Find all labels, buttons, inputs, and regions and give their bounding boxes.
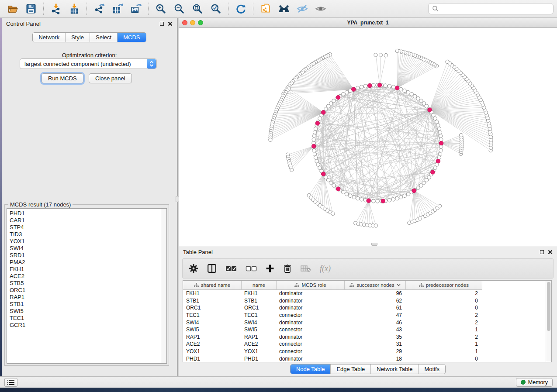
- search-input[interactable]: [439, 6, 550, 12]
- network-node[interactable]: [395, 196, 399, 200]
- mcds-result-item[interactable]: TID3: [10, 231, 166, 238]
- save-session-button[interactable]: [22, 1, 40, 16]
- table-row[interactable]: SWI4SWI4dominator462: [183, 319, 551, 326]
- mcds-result-item[interactable]: STP4: [10, 224, 166, 231]
- dominator-node[interactable]: [377, 83, 382, 87]
- export-image-button[interactable]: [127, 1, 145, 16]
- mcds-result-item[interactable]: PMA2: [10, 259, 166, 266]
- mcds-result-item[interactable]: TEC1: [10, 315, 166, 322]
- network-node[interactable]: [406, 192, 410, 196]
- horizontal-splitter-grip[interactable]: [371, 243, 377, 246]
- float-panel-icon[interactable]: [160, 22, 164, 26]
- network-node[interactable]: [384, 84, 387, 87]
- network-node[interactable]: [313, 131, 316, 134]
- network-node[interactable]: [316, 163, 320, 166]
- dominator-node[interactable]: [315, 121, 320, 126]
- mcds-result-item[interactable]: STB5: [10, 280, 166, 287]
- mcds-result-item[interactable]: FKH1: [10, 266, 166, 273]
- network-node[interactable]: [332, 184, 336, 187]
- network-node[interactable]: [269, 138, 272, 141]
- tab-node-table[interactable]: Node Table: [291, 364, 331, 374]
- memory-button[interactable]: Memory: [516, 378, 553, 387]
- network-node[interactable]: [438, 204, 441, 208]
- mcds-result-item[interactable]: CAR1: [10, 217, 166, 224]
- network-node[interactable]: [439, 138, 443, 141]
- mcds-result-item[interactable]: SWI5: [10, 308, 166, 315]
- mcds-list-scrollbar[interactable]: [161, 209, 166, 363]
- table-row[interactable]: ORC1ORC1dominator610: [183, 304, 551, 312]
- network-window-titlebar[interactable]: YPA_prune.txt_1: [179, 18, 557, 28]
- mcds-result-list[interactable]: PHD1CAR1STP4TID3YOX1SWI4SRD1PMA2FKH1ACE2…: [7, 208, 167, 364]
- network-node[interactable]: [438, 131, 442, 134]
- network-node[interactable]: [403, 194, 406, 197]
- dominator-node[interactable]: [321, 110, 325, 115]
- delete-columns-button[interactable]: [283, 262, 292, 275]
- column-header-successor-nodes[interactable]: successor nodes: [345, 281, 406, 289]
- network-node[interactable]: [318, 117, 322, 120]
- close-panel-icon[interactable]: [168, 21, 173, 26]
- dominator-node[interactable]: [336, 187, 340, 191]
- dominator-node[interactable]: [381, 199, 385, 203]
- dominator-node[interactable]: [436, 159, 440, 163]
- network-node[interactable]: [459, 133, 463, 137]
- table-settings-button[interactable]: [189, 262, 198, 275]
- tab-edge-table[interactable]: Edge Table: [331, 364, 371, 374]
- tab-network-table[interactable]: Network Table: [371, 364, 419, 374]
- import-table-button[interactable]: [65, 1, 83, 16]
- network-node[interactable]: [356, 86, 360, 89]
- network-node[interactable]: [399, 87, 403, 91]
- network-node[interactable]: [406, 90, 410, 94]
- network-node[interactable]: [374, 53, 377, 57]
- search-field[interactable]: [428, 3, 554, 14]
- first-neighbors-button[interactable]: [275, 1, 293, 16]
- dominator-node[interactable]: [412, 189, 416, 193]
- network-node[interactable]: [372, 199, 375, 203]
- network-node[interactable]: [446, 60, 449, 63]
- export-table-button[interactable]: [108, 1, 127, 16]
- network-node[interactable]: [314, 127, 317, 131]
- network-node[interactable]: [374, 224, 377, 227]
- column-header-predecessor-nodes[interactable]: predecessor nodes: [406, 281, 482, 289]
- hide-selected-button[interactable]: [293, 1, 311, 16]
- network-node[interactable]: [436, 124, 440, 127]
- dominator-node[interactable]: [321, 172, 325, 176]
- network-node[interactable]: [395, 49, 399, 52]
- float-table-panel-icon[interactable]: [540, 250, 544, 254]
- export-network-button[interactable]: [90, 1, 108, 16]
- network-node[interactable]: [379, 53, 383, 57]
- network-node[interactable]: [315, 159, 318, 163]
- tab-mcds[interactable]: MCDS: [118, 33, 145, 42]
- task-history-button[interactable]: [4, 378, 17, 387]
- network-node[interactable]: [439, 134, 443, 138]
- mcds-result-item[interactable]: RAP1: [10, 294, 166, 301]
- delete-table-button[interactable]: [301, 262, 311, 275]
- tab-motifs[interactable]: Motifs: [419, 364, 445, 374]
- criterion-dropdown[interactable]: largest connected component (undirected): [20, 58, 157, 69]
- zoom-in-button[interactable]: [152, 1, 170, 16]
- table-row[interactable]: ACE2ACE2connector311: [183, 340, 551, 348]
- network-node[interactable]: [416, 186, 420, 189]
- network-node[interactable]: [312, 148, 316, 152]
- mcds-result-item[interactable]: ORC1: [10, 287, 166, 294]
- network-node[interactable]: [376, 199, 379, 203]
- network-node[interactable]: [312, 134, 316, 138]
- mcds-result-item[interactable]: ACE2: [10, 273, 166, 280]
- network-node[interactable]: [387, 198, 391, 202]
- network-node[interactable]: [439, 148, 443, 152]
- dominator-node[interactable]: [395, 86, 399, 90]
- new-column-button[interactable]: [266, 262, 274, 275]
- column-header-name[interactable]: name: [242, 281, 277, 289]
- network-node[interactable]: [372, 83, 375, 87]
- network-node[interactable]: [342, 190, 345, 194]
- network-node[interactable]: [403, 89, 406, 92]
- network-node[interactable]: [413, 94, 417, 98]
- column-header-shared-name[interactable]: shared name: [183, 281, 242, 289]
- table-scrollbar-thumb[interactable]: [547, 282, 550, 331]
- dominator-node[interactable]: [431, 170, 435, 175]
- table-row[interactable]: TEC1TEC1connector472: [183, 312, 551, 319]
- network-node[interactable]: [345, 192, 348, 196]
- network-node[interactable]: [345, 90, 348, 94]
- copy-network-button[interactable]: [256, 1, 275, 16]
- table-row[interactable]: PHD1PHD1dominator180: [183, 355, 551, 362]
- mcds-result-item[interactable]: SWI4: [10, 245, 166, 252]
